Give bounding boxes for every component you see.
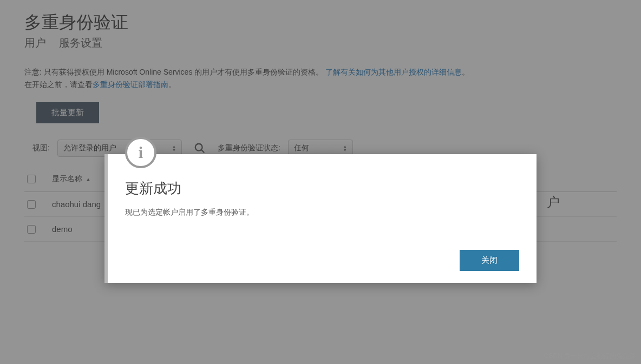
close-button[interactable]: 关闭 [460,250,519,271]
modal-overlay: i 更新成功 现已为选定帐户启用了多重身份验证。 关闭 [0,0,641,364]
modal-title: 更新成功 [125,179,519,198]
modal-footer: 关闭 [125,250,519,271]
watermark: CSDN @一只特立独行的兔先森 [544,352,636,361]
info-icon: i [125,137,156,168]
modal-message: 现已为选定帐户启用了多重身份验证。 [125,208,519,217]
success-modal: i 更新成功 现已为选定帐户启用了多重身份验证。 关闭 [104,154,537,283]
